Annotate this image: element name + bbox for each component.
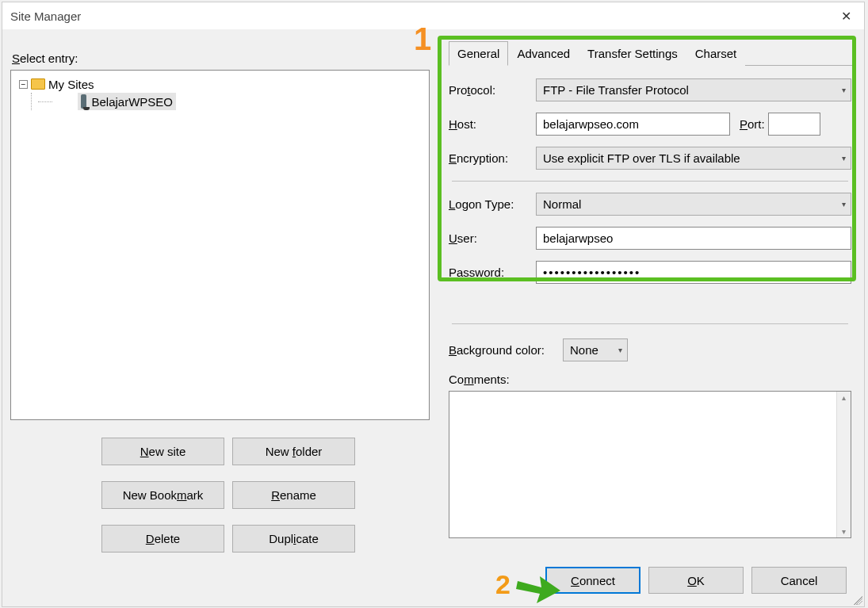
minus-icon[interactable]: − (19, 80, 28, 89)
logon-type-value: Normal (543, 197, 581, 211)
close-icon: ✕ (841, 9, 851, 24)
folder-icon (31, 78, 45, 90)
comments-label: Comments: (449, 373, 851, 386)
port-input[interactable] (768, 113, 820, 136)
select-entry-label: Select entry: (12, 52, 430, 65)
chevron-down-icon: ▾ (842, 86, 846, 94)
divider (452, 181, 848, 182)
comments-textarea[interactable]: ▴ ▾ (449, 391, 851, 538)
encryption-value: Use explicit FTP over TLS if available (543, 151, 740, 165)
scroll-arrow-up-icon[interactable]: ▴ (842, 393, 846, 402)
logon-type-label: Logon Type: (449, 197, 533, 211)
duplicate-button[interactable]: Duplicate (232, 525, 355, 553)
rename-button[interactable]: Rename (232, 481, 355, 509)
site-tree[interactable]: − My Sites BelajarWPSEO (10, 70, 430, 420)
row-encryption: Encryption: Use explicit FTP over TLS if… (449, 147, 851, 170)
encryption-select[interactable]: Use explicit FTP over TLS if available ▾ (536, 147, 851, 170)
content-area: Select entry: − My Sites BelajarWPSEO (2, 29, 864, 560)
tab-transfer-settings[interactable]: Transfer Settings (579, 41, 686, 66)
new-site-button[interactable]: New site (101, 438, 224, 465)
server-icon (81, 94, 86, 109)
titlebar: Site Manager ✕ (2, 2, 864, 29)
protocol-select[interactable]: FTP - File Transfer Protocol ▾ (536, 78, 851, 101)
tree-item-label: BelajarWPSEO (91, 95, 173, 109)
row-user: User: (449, 227, 851, 250)
tree-root-label: My Sites (48, 78, 94, 91)
new-folder-button[interactable]: New folder (232, 438, 355, 465)
tree-root-row[interactable]: − My Sites (14, 75, 426, 93)
user-label: User: (449, 231, 533, 245)
annotation-one: 1 (414, 21, 431, 57)
tabs-bar: General Advanced Transfer Settings Chars… (449, 40, 856, 66)
password-label: Password: (449, 266, 533, 279)
tree-child-wrapper: BelajarWPSEO (14, 93, 426, 110)
chevron-down-icon: ▾ (842, 154, 846, 163)
row-bgcolor: Background color: None ▾ (449, 338, 851, 361)
tab-charset[interactable]: Charset (686, 41, 746, 66)
bgcolor-value: None (570, 343, 598, 357)
protocol-value: FTP - File Transfer Protocol (543, 83, 689, 97)
green-arrow-icon (516, 572, 560, 603)
svg-marker-0 (516, 576, 560, 603)
select-entry-text: elect entry: (20, 52, 78, 65)
chevron-down-icon: ▾ (842, 200, 846, 208)
tab-general[interactable]: General (449, 41, 508, 66)
password-input[interactable] (536, 261, 851, 284)
scroll-arrow-down-icon[interactable]: ▾ (842, 527, 846, 536)
port-label: Port: (740, 117, 765, 131)
cancel-button[interactable]: Cancel (751, 567, 847, 594)
tree-line-horizontal (38, 101, 52, 102)
annotation-two: 2 (495, 569, 510, 600)
logon-type-select[interactable]: Normal ▾ (536, 193, 851, 216)
right-panel: 1 General Advanced Transfer Settings Cha… (444, 36, 856, 560)
ok-button[interactable]: OK (648, 567, 744, 594)
row-protocol: Protocol: FTP - File Transfer Protocol ▾ (449, 78, 851, 101)
tree-line-vertical (31, 93, 32, 110)
host-input[interactable] (536, 113, 730, 136)
user-input[interactable] (536, 227, 851, 250)
site-manager-window: Site Manager ✕ Select entry: − My Sites (2, 2, 865, 607)
site-action-buttons: New site New folder New Bookmark Rename … (101, 438, 355, 553)
close-button[interactable]: ✕ (828, 2, 864, 29)
chevron-down-icon: ▾ (618, 346, 622, 354)
row-logon: Logon Type: Normal ▾ (449, 193, 851, 216)
bgcolor-label: Background color: (449, 343, 560, 357)
tree-item-selected[interactable]: BelajarWPSEO (78, 93, 176, 110)
tab-body-general: Protocol: FTP - File Transfer Protocol ▾… (444, 66, 856, 538)
delete-button[interactable]: Delete (101, 525, 224, 553)
bgcolor-select[interactable]: None ▾ (563, 338, 628, 361)
window-title: Site Manager (10, 10, 81, 23)
protocol-label: Protocol: (449, 83, 533, 97)
row-host: Host: Port: (449, 113, 851, 136)
new-bookmark-button[interactable]: New Bookmark (101, 481, 224, 509)
encryption-label: Encryption: (449, 151, 533, 165)
left-panel: Select entry: − My Sites BelajarWPSEO (10, 36, 430, 560)
divider (452, 323, 848, 324)
bottom-bar: 2 Connect OK Cancel (2, 560, 864, 606)
host-label: Host: (449, 117, 533, 131)
row-password: Password: (449, 261, 851, 284)
tab-advanced[interactable]: Advanced (508, 41, 579, 66)
scrollbar-vertical[interactable]: ▴ ▾ (836, 392, 851, 537)
